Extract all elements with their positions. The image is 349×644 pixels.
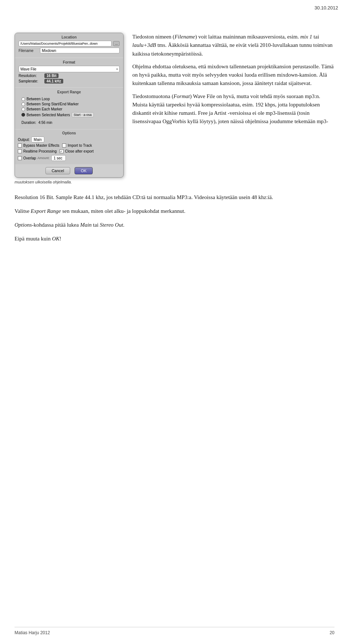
checkbox-import[interactable]: Import to Track xyxy=(62,143,92,147)
checkbox-close-box xyxy=(60,149,64,153)
checkbox-import-box xyxy=(62,143,66,147)
mix1-italic: mix 1 xyxy=(300,34,312,40)
format-dropdown[interactable]: Wave File ▾ xyxy=(19,66,120,72)
checkbox-bypass-box xyxy=(18,143,22,147)
export-range-options: Between Loop Between Song Start/End Mark… xyxy=(19,96,120,120)
duration-label: Duration: xyxy=(21,121,36,125)
radio-between-selected[interactable]: Between Selected Markers Start - a-osa xyxy=(21,112,117,117)
filename-italic: Filename xyxy=(174,34,195,40)
ok-italic: OK xyxy=(52,236,60,242)
overlap-row: Overlap Amount: 1 sec xyxy=(18,155,120,161)
start-marker-badge: Start - a-osa xyxy=(72,112,94,117)
ok-button[interactable]: OK xyxy=(75,167,93,174)
radio-label-song: Between Song Start/End Marker xyxy=(27,102,79,106)
body-para-6: Options-kohdassa pitää lukea Main tai St… xyxy=(15,220,334,229)
cancel-button[interactable]: Cancel xyxy=(45,167,70,174)
output-row: Output: Main xyxy=(18,137,120,142)
amount-dropdown[interactable]: 1 sec xyxy=(51,155,66,161)
right-text-column: Tiedoston nimeen (Filename) voit laittaa… xyxy=(132,33,334,184)
output-dropdown[interactable]: Main xyxy=(31,137,44,142)
dialog-buttons: Cancel OK xyxy=(15,165,123,177)
checkbox-bypass[interactable]: Bypass Master Effects xyxy=(18,143,59,147)
radio-circle-loop xyxy=(21,97,25,101)
resolution-value: 16 Bit xyxy=(44,73,59,78)
radio-label-loop: Between Loop xyxy=(27,97,50,101)
checkbox-overlap-box[interactable] xyxy=(18,156,22,160)
radio-circle-selected xyxy=(21,113,25,117)
samplerate-value: 44.1 kHz xyxy=(44,79,63,84)
resolution-label: Resolution: xyxy=(19,74,42,78)
checkbox-close-after-export[interactable]: Close after export xyxy=(60,149,94,153)
laulu-italic: laulu+3dB xyxy=(132,42,156,48)
checkbox-realtime-label: Realtime Processing xyxy=(23,149,57,153)
checkbox-bypass-label: Bypass Master Effects xyxy=(23,143,59,147)
radio-circle-each xyxy=(21,108,25,111)
export-range-header: Export Range xyxy=(19,90,120,94)
dropdown-arrow-icon: ▾ xyxy=(116,68,118,71)
footer-page-number: 20 xyxy=(330,630,334,635)
export-range-section: Export Range Between Loop Between Song S… xyxy=(15,88,123,129)
right-para-3: Tiedostomuotona (Format) Wave File on hy… xyxy=(132,92,334,126)
page-date: 30.10.2012 xyxy=(314,5,338,11)
right-para-1: Tiedoston nimeen (Filename) voit laittaa… xyxy=(132,33,334,58)
filename-field[interactable]: Mixdown xyxy=(40,48,120,53)
main-italic: Main xyxy=(80,222,92,228)
format-value: Wave File xyxy=(20,67,36,71)
body-para-7: Eipä muuta kuin OK! xyxy=(15,234,334,243)
overlap-label: Overlap xyxy=(23,156,36,160)
page-footer: Matias Harju 2012 20 xyxy=(15,627,334,635)
radio-between-song[interactable]: Between Song Start/End Marker xyxy=(21,102,117,106)
stereo-out-italic: Stereo Out xyxy=(100,222,123,228)
export-range-italic: Export Range xyxy=(31,208,61,214)
amount-label: Amount: xyxy=(37,156,50,160)
location-header: Location xyxy=(19,35,120,39)
location-path[interactable]: /Users/Matias/Documents/Projektit/Bluesi… xyxy=(19,41,112,46)
caption-text: muutoksen ulkoisella ohjelmalla. xyxy=(15,180,124,184)
radio-circle-song xyxy=(21,102,25,106)
radio-between-loop[interactable]: Between Loop xyxy=(21,97,117,101)
radio-between-each[interactable]: Between Each Marker xyxy=(21,107,117,111)
radio-label-selected: Between Selected Markers xyxy=(27,113,70,117)
options-section: Options Output: Main Bypass Master Effec… xyxy=(15,130,123,164)
dialog-box: Location /Users/Matias/Documents/Projekt… xyxy=(15,33,124,178)
browse-button[interactable]: ... xyxy=(113,41,120,46)
options-header: Options xyxy=(18,131,120,135)
screenshot-panel: Location /Users/Matias/Documents/Projekt… xyxy=(15,33,124,184)
footer-author: Matias Harju 2012 xyxy=(15,630,50,635)
samplerate-label: Samplerate: xyxy=(19,79,42,83)
checkbox-close-label: Close after export xyxy=(65,149,94,153)
right-para-2: Ohjelma ehdottaa oletuksena, että mixdow… xyxy=(132,62,334,88)
location-section: Location /Users/Matias/Documents/Projekt… xyxy=(15,33,123,57)
duration-row: Duration: 4:56 min xyxy=(19,120,120,126)
checkbox-realtime-box xyxy=(18,149,22,153)
output-label: Output: xyxy=(18,138,30,142)
options-italic: Options xyxy=(15,222,32,228)
radio-label-each: Between Each Marker xyxy=(27,107,62,111)
checkbox-realtime[interactable]: Realtime Processing xyxy=(18,149,57,153)
format-italic: Format xyxy=(173,93,190,99)
output-value: Main xyxy=(34,138,42,142)
format-header: Format xyxy=(19,60,120,64)
format-section: Format Wave File ▾ Resolution: 16 Bit Sa… xyxy=(15,58,123,87)
body-para-4: Resolution 16 Bit. Sample Rate 44.1 khz,… xyxy=(15,193,334,202)
amount-value: 1 sec xyxy=(54,156,63,160)
duration-value: 4:56 min xyxy=(39,121,52,125)
filename-label: Filename xyxy=(19,49,39,53)
body-para-5: Valitse Export Range sen mukaan, miten o… xyxy=(15,207,334,215)
checkbox-import-label: Import to Track xyxy=(68,143,92,147)
